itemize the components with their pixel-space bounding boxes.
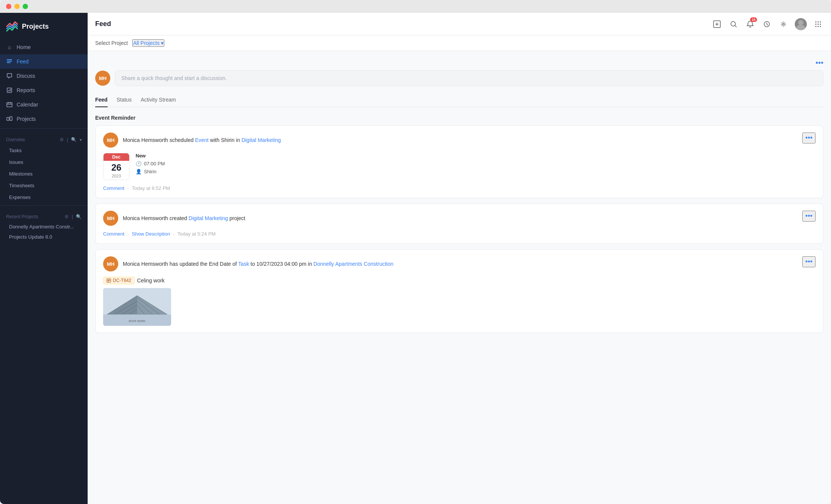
cal-day: 26 <box>103 161 129 174</box>
card3-more-button[interactable]: ••• <box>802 256 816 267</box>
feed-card-created: MH Monica Hemsworth created Digital Mark… <box>95 203 823 244</box>
card1-link-event[interactable]: Event <box>195 137 209 143</box>
tab-status-label: Status <box>117 97 132 103</box>
add-button[interactable] <box>712 19 722 29</box>
sidebar-item-issues[interactable]: Issues <box>0 156 88 168</box>
search-button[interactable] <box>728 19 739 29</box>
sidebar-item-milestones[interactable]: Milestones <box>0 168 88 180</box>
event-details: New 🕐 07:00 PM 👤 Shirin <box>136 153 165 174</box>
reports-icon <box>6 87 13 94</box>
recent-label: Recent Projects <box>6 214 38 219</box>
card1-link-project[interactable]: Digital Marketing <box>241 137 281 143</box>
notifications-button[interactable]: 10 <box>745 19 755 29</box>
card3-link-task[interactable]: Task <box>238 261 249 267</box>
card2-comment-link[interactable]: Comment <box>103 231 124 237</box>
feed-card-updated-header: MH Monica Hemsworth has updated the End … <box>103 256 816 271</box>
svg-point-21 <box>783 23 785 25</box>
apps-button[interactable] <box>813 19 823 29</box>
sidebar-item-home[interactable]: ⌂ Home <box>0 40 88 54</box>
search-small-icon[interactable]: 🔍 <box>71 137 77 142</box>
tab-activity-stream[interactable]: Activity Stream <box>141 94 176 107</box>
sidebar-item-expenses[interactable]: Expenses <box>0 191 88 203</box>
clock-icon: 🕐 <box>136 161 142 166</box>
window-minimize-btn[interactable] <box>14 4 20 9</box>
sidebar-item-discuss[interactable]: Discuss <box>0 69 88 83</box>
milestones-label: Milestones <box>9 171 32 177</box>
card2-more-button[interactable]: ••• <box>802 211 816 222</box>
card3-initials: MH <box>107 261 114 267</box>
card1-time: Today at 6:52 PM <box>132 185 170 191</box>
feed-card-user-1: MH Monica Hemsworth scheduled Event with… <box>103 133 281 148</box>
overview-section-header: Overview ⚙ | 🔍 ▾ <box>0 131 88 145</box>
task-tag-label: DC-T642 <box>113 278 131 283</box>
sidebar-item-label-home: Home <box>17 44 31 50</box>
settings-button[interactable] <box>778 19 789 29</box>
card2-link-project[interactable]: Digital Marketing <box>188 215 228 221</box>
sidebar-item-timesheets[interactable]: Timesheets <box>0 180 88 191</box>
overview-label: Overview <box>6 137 25 142</box>
window-maximize-btn[interactable] <box>23 4 28 9</box>
svg-point-28 <box>818 23 819 25</box>
overview-icons: ⚙ | 🔍 ▾ <box>60 137 82 142</box>
filter-icon[interactable]: ⚙ <box>60 137 64 142</box>
timer-button[interactable] <box>761 19 772 29</box>
recent-project-1[interactable]: Donnelly Apartments Constr... <box>0 222 88 232</box>
card1-footer: Comment · Today at 6:52 PM <box>103 185 816 191</box>
sidebar-item-reports[interactable]: Reports <box>0 83 88 97</box>
card3-text: Monica Hemsworth has updated the End Dat… <box>123 260 394 268</box>
post-input[interactable]: Share a quick thought and start a discus… <box>115 70 823 86</box>
timesheets-label: Timesheets <box>9 183 34 188</box>
tab-feed[interactable]: Feed <box>95 94 108 107</box>
event-attendee-row: 👤 Shirin <box>136 169 165 174</box>
tab-activity-label: Activity Stream <box>141 97 176 103</box>
svg-point-29 <box>820 23 821 25</box>
recent-project-2[interactable]: Projects Update 8.0 <box>0 232 88 242</box>
sidebar-item-projects[interactable]: Projects <box>0 112 88 126</box>
svg-line-17 <box>735 25 737 27</box>
discuss-icon <box>6 72 13 79</box>
svg-point-27 <box>816 23 817 25</box>
section-label: Event Reminder <box>95 115 823 121</box>
logo-text: Projects <box>22 23 49 31</box>
feed-more-button[interactable]: ••• <box>95 59 823 67</box>
all-projects-button[interactable]: All Projects ▾ <box>132 39 164 47</box>
person-icon: 👤 <box>136 169 142 174</box>
svg-point-32 <box>820 26 821 27</box>
chevron-down-icon[interactable]: ▾ <box>80 138 82 142</box>
task-title: Celing work <box>137 277 165 284</box>
svg-line-20 <box>767 24 768 25</box>
sidebar-logo: Projects <box>0 13 88 40</box>
svg-rect-2 <box>7 62 11 63</box>
sidebar-item-tasks[interactable]: Tasks <box>0 145 88 156</box>
current-user-initials: MH <box>99 76 107 81</box>
card1-prefix: Monica Hemsworth scheduled <box>123 137 195 143</box>
card3-link-project[interactable]: Donnelly Apartments Construction <box>314 261 394 267</box>
event-time: 07:00 PM <box>144 161 165 166</box>
projects-icon <box>6 116 13 122</box>
card1-text: Monica Hemsworth scheduled Event with Sh… <box>123 136 281 144</box>
tab-status[interactable]: Status <box>117 94 132 107</box>
card2-footer: Comment · Show Description · Today at 5:… <box>103 231 816 237</box>
feed-card-user-2: MH Monica Hemsworth created Digital Mark… <box>103 211 245 226</box>
home-icon: ⌂ <box>6 44 13 51</box>
event-attendee: Shirin <box>144 169 156 174</box>
card2-show-desc-link[interactable]: Show Description <box>132 231 170 237</box>
sidebar-item-feed[interactable]: Feed <box>0 54 88 69</box>
task-tag[interactable]: DC-T642 <box>103 277 135 284</box>
card2-initials: MH <box>107 216 114 221</box>
sidebar-item-calendar[interactable]: Calendar <box>0 97 88 112</box>
svg-point-31 <box>818 26 819 27</box>
sidebar-item-label-discuss: Discuss <box>17 73 35 79</box>
avatar[interactable] <box>795 18 807 30</box>
feed-card-created-header: MH Monica Hemsworth created Digital Mark… <box>103 211 816 226</box>
feed-card-event-header: MH Monica Hemsworth scheduled Event with… <box>103 133 816 148</box>
search-recent-icon[interactable]: 🔍 <box>76 214 82 219</box>
window-close-btn[interactable] <box>6 4 11 9</box>
card1-comment-link[interactable]: Comment <box>103 185 124 191</box>
svg-rect-0 <box>7 59 12 60</box>
filter-recent-icon[interactable]: ⚙ <box>65 214 69 219</box>
card1-more-button[interactable]: ••• <box>802 133 816 143</box>
svg-point-24 <box>816 21 817 22</box>
card3-prefix: Monica Hemsworth has updated the End Dat… <box>123 261 238 267</box>
main-content: Feed 10 <box>88 13 831 504</box>
